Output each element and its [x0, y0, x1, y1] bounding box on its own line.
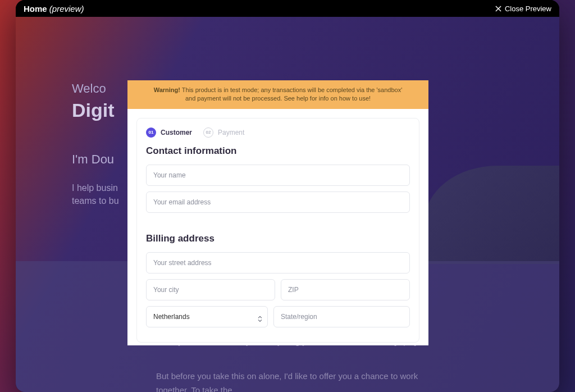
step-badge: 02 — [203, 127, 213, 138]
warning-text: This product is in test mode; any transa… — [180, 86, 402, 102]
email-input[interactable] — [146, 192, 410, 213]
close-icon — [495, 6, 501, 12]
title-suffix: (preview) — [49, 4, 84, 13]
top-bar: Home (preview) Close Preview — [16, 0, 559, 17]
close-preview-button[interactable]: Close Preview — [495, 4, 551, 13]
step-label: Customer — [161, 129, 192, 136]
step-payment[interactable]: 02 Payment — [203, 127, 244, 138]
checkout-body: 01 Customer 02 Payment Contact informati… — [127, 118, 428, 345]
page-title: Home (preview) — [24, 4, 84, 13]
step-label: Payment — [218, 129, 244, 136]
close-preview-label: Close Preview — [505, 4, 551, 13]
checkout-card: 01 Customer 02 Payment Contact informati… — [136, 118, 419, 343]
title-main: Home — [24, 4, 47, 13]
preview-window: Home (preview) Close Preview Welco Digit… — [16, 0, 559, 392]
checkout-steps: 01 Customer 02 Payment — [146, 127, 410, 138]
checkout-modal: Warning! This product is in test mode; a… — [127, 80, 428, 345]
step-badge: 01 — [146, 127, 156, 138]
step-customer[interactable]: 01 Customer — [146, 127, 192, 138]
warning-bold: Warning! — [154, 86, 180, 93]
name-input[interactable] — [146, 165, 410, 186]
lower-paragraph-2: But before you take this on alone, I'd l… — [156, 369, 419, 393]
billing-heading: Billing address — [146, 233, 410, 244]
page-background: Welco Digit I'm Dou I help busin teams t… — [16, 17, 559, 392]
city-input[interactable] — [146, 279, 275, 300]
state-input[interactable] — [273, 306, 410, 327]
warning-banner: Warning! This product is in test mode; a… — [127, 80, 428, 109]
country-select[interactable] — [146, 306, 268, 327]
street-input[interactable] — [146, 252, 410, 274]
contact-heading: Contact information — [146, 145, 410, 157]
zip-input[interactable] — [281, 279, 410, 300]
